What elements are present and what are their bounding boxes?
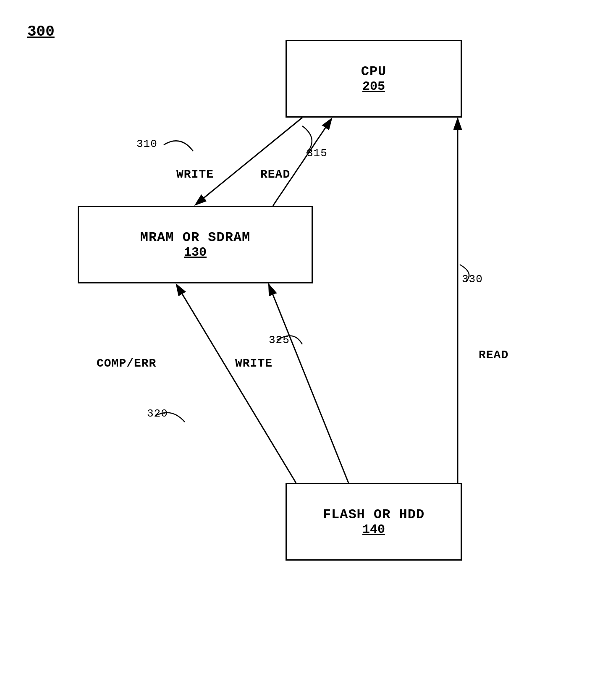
bracket-310	[164, 141, 193, 151]
write-arrow	[195, 118, 302, 205]
mram-label: MRAM OR SDRAM	[140, 230, 251, 245]
flash-number: 140	[362, 522, 385, 537]
cpu-number: 205	[362, 79, 385, 94]
comp-err-label: COMP/ERR	[97, 357, 156, 370]
read-label: READ	[260, 168, 290, 181]
write-label: WRITE	[176, 168, 214, 181]
flash-label: FLASH OR HDD	[323, 507, 424, 522]
ref-315: 315	[307, 147, 328, 160]
write2-arrow	[269, 284, 348, 483]
mram-box: MRAM OR SDRAM 130	[78, 206, 313, 283]
cpu-label: CPU	[361, 64, 387, 79]
ref-320: 320	[147, 407, 168, 420]
figure-number: 300	[27, 23, 55, 40]
read2-label: READ	[479, 349, 508, 362]
write2-label: WRITE	[235, 357, 272, 370]
read-arrow	[273, 118, 332, 206]
flash-box: FLASH OR HDD 140	[286, 483, 462, 561]
ref-330: 330	[462, 273, 483, 286]
diagram-container: 300 CPU 205 MRAM OR SDRAM 130 FLASH OR H…	[0, 0, 600, 700]
ref-310: 310	[136, 138, 157, 150]
comp-err-arrow	[176, 284, 296, 483]
cpu-box: CPU 205	[286, 40, 462, 118]
ref-325: 325	[269, 334, 290, 346]
mram-number: 130	[184, 245, 207, 260]
